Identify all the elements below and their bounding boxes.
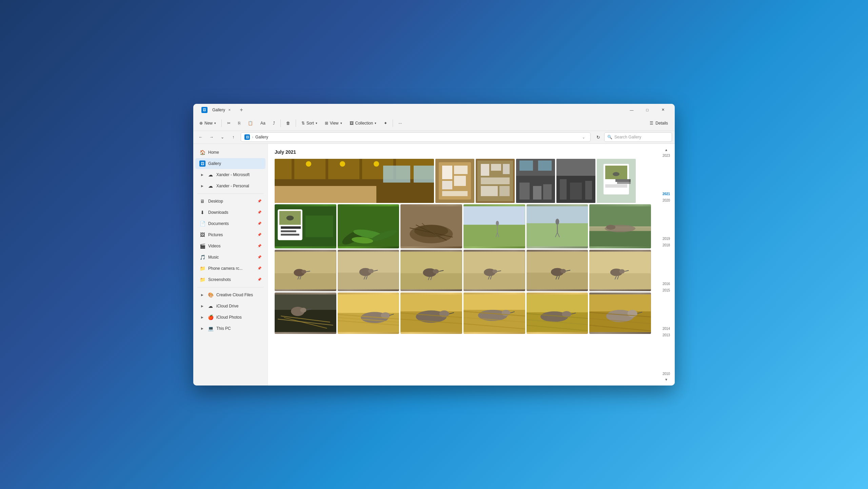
photo-bird-sand-6[interactable] (589, 250, 651, 291)
sidebar-item-phone-camera[interactable]: 📁 Phone camera rc... 📌 (195, 263, 265, 274)
sidebar-item-icloud-photos[interactable]: ▶ 🍎 iCloud Photos (195, 312, 265, 323)
timeline-year-2023[interactable]: 2023 (662, 152, 671, 159)
timeline-year-2014[interactable]: 2014 (662, 325, 671, 332)
photo-bird-sign-2[interactable] (275, 204, 336, 248)
creative-cloud-icon: 🎨 (208, 292, 214, 298)
photo-bird-straw-4[interactable] (463, 293, 525, 334)
svg-rect-26 (499, 186, 510, 196)
tab-close-button[interactable]: ✕ (227, 108, 232, 112)
more-button[interactable]: ··· (395, 118, 405, 129)
documents-label: Documents (208, 221, 255, 226)
copy-button[interactable]: ⎘ (235, 118, 244, 129)
separator-1 (221, 119, 222, 127)
sidebar-item-documents[interactable]: 📄 Documents 📌 (195, 218, 265, 229)
sidebar-item-icloud-drive[interactable]: ▶ ☁ iCloud Drive (195, 301, 265, 312)
timeline-year-2010[interactable]: 2010 (662, 371, 671, 377)
svg-point-84 (606, 225, 615, 230)
sidebar-item-this-pc[interactable]: ▶ 💻 This PC (195, 323, 265, 334)
timeline-up-arrow[interactable]: ▲ (664, 147, 669, 152)
photo-corkboard-2[interactable] (476, 159, 515, 203)
timeline-year-2018[interactable]: 2018 (662, 242, 671, 248)
sidebar-item-home[interactable]: 🏠 Home (195, 147, 265, 158)
sidebar-item-gallery[interactable]: 🖼 Gallery (195, 158, 265, 169)
photo-bird-straw-1[interactable] (275, 293, 336, 334)
share-button[interactable]: ⤴ (270, 118, 278, 129)
sort-button[interactable]: ⇅ Sort ▾ (298, 118, 321, 129)
svg-point-69 (496, 221, 499, 226)
timeline-year-2019[interactable]: 2019 (662, 236, 671, 242)
sidebar-item-videos[interactable]: 🎬 Videos 📌 (195, 241, 265, 251)
forward-button[interactable]: → (207, 132, 216, 142)
timeline-year-2013[interactable]: 2013 (662, 332, 671, 338)
timeline: ▲ 2023 2021 2020 2019 2018 2016 2015 201… (658, 144, 675, 385)
photo-interior[interactable] (275, 159, 434, 203)
timeline-down-arrow[interactable]: ▼ (664, 377, 669, 382)
refresh-button[interactable]: ↻ (593, 132, 603, 142)
breadcrumb-gallery: Gallery (255, 135, 268, 139)
photo-bird-straw-5[interactable] (527, 293, 588, 334)
icloud-photos-icon: 🍎 (208, 314, 214, 320)
photo-bird-poster[interactable] (597, 159, 636, 203)
separator-3 (296, 119, 296, 127)
photo-industrial[interactable] (556, 159, 595, 203)
active-tab[interactable]: 🖼 Gallery ✕ (197, 105, 236, 115)
sidebar-item-desktop[interactable]: 🖥 Desktop 📌 (195, 196, 265, 207)
sidebar-item-creative-cloud[interactable]: ▶ 🎨 Creative Cloud Files (195, 289, 265, 300)
up-button[interactable]: ↑ (229, 132, 238, 142)
close-button[interactable]: ✕ (655, 104, 671, 116)
sidebar-item-screenshots[interactable]: 📁 Screenshots 📌 (195, 274, 265, 285)
photo-bird-sand-5[interactable] (527, 250, 588, 291)
sidebar-item-music[interactable]: 🎵 Music 📌 (195, 252, 265, 263)
back-button[interactable]: ← (196, 132, 205, 142)
ai-button[interactable]: ✦ (380, 118, 391, 129)
gallery-nav-icon: 🖼 (199, 161, 205, 167)
cut-button[interactable]: ✂ (224, 118, 234, 129)
photo-bird-sand-2[interactable] (338, 250, 399, 291)
photo-bird-straw-3[interactable] (400, 293, 462, 334)
photo-plants[interactable] (338, 204, 399, 248)
collection-icon: 🖼 (350, 121, 354, 126)
xander-personal-label: Xander - Personal (216, 184, 261, 188)
search-bar[interactable]: 🔍 Search Gallery (604, 132, 672, 142)
photo-corkboard[interactable] (435, 159, 474, 203)
cloud-microsoft-icon: ☁ (208, 172, 214, 178)
timeline-year-2020[interactable]: 2020 (662, 197, 671, 204)
search-icon: 🔍 (607, 135, 612, 139)
photo-bird-straw-2[interactable] (338, 293, 399, 334)
photo-bird-sand-3[interactable] (400, 250, 462, 291)
new-button[interactable]: ⊕ New ▾ (196, 118, 219, 129)
address-bar[interactable]: 🖼 › Gallery ⌄ (241, 132, 591, 142)
photo-bird-straw-6[interactable] (589, 293, 651, 334)
svg-rect-121 (589, 273, 651, 289)
photo-warehouse[interactable] (516, 159, 555, 203)
collection-label: Collection (355, 121, 373, 126)
timeline-year-2016[interactable]: 2016 (662, 281, 671, 287)
photo-bird-sand-1[interactable] (275, 250, 336, 291)
photo-dead-fish[interactable] (589, 204, 651, 248)
address-chevron-icon[interactable]: ⌄ (580, 134, 587, 140)
copy-icon: ⎘ (238, 121, 240, 126)
photo-bird-sand-4[interactable] (463, 250, 525, 291)
maximize-button[interactable]: □ (639, 104, 655, 116)
view-button[interactable]: ⊞ View ▾ (321, 118, 346, 129)
svg-rect-25 (481, 186, 498, 196)
tab-title: Gallery (212, 108, 225, 112)
photo-nest[interactable] (400, 204, 462, 248)
sidebar-item-xander-microsoft[interactable]: ▶ ☁ Xander - Microsoft (195, 169, 265, 180)
svg-rect-44 (615, 179, 631, 182)
sidebar-item-downloads[interactable]: ⬇ Downloads 📌 (195, 207, 265, 218)
photo-field[interactable] (463, 204, 525, 248)
timeline-year-2015[interactable]: 2015 (662, 287, 671, 294)
recent-button[interactable]: ⌄ (218, 132, 227, 142)
new-tab-button[interactable]: + (237, 106, 245, 114)
collection-button[interactable]: 🖼 Collection ▾ (346, 118, 380, 129)
delete-button[interactable]: 🗑 (283, 118, 294, 129)
details-button[interactable]: ☰ Details (646, 118, 672, 129)
sidebar-item-xander-personal[interactable]: ▶ ☁ Xander - Personal (195, 181, 265, 191)
photo-heron[interactable] (527, 204, 588, 248)
paste-button[interactable]: 📋 (244, 118, 256, 129)
sidebar-item-pictures[interactable]: 🖼 Pictures 📌 (195, 229, 265, 240)
rename-button[interactable]: Aa (257, 118, 269, 129)
minimize-button[interactable]: — (624, 104, 639, 116)
timeline-year-2021[interactable]: 2021 (662, 191, 671, 197)
